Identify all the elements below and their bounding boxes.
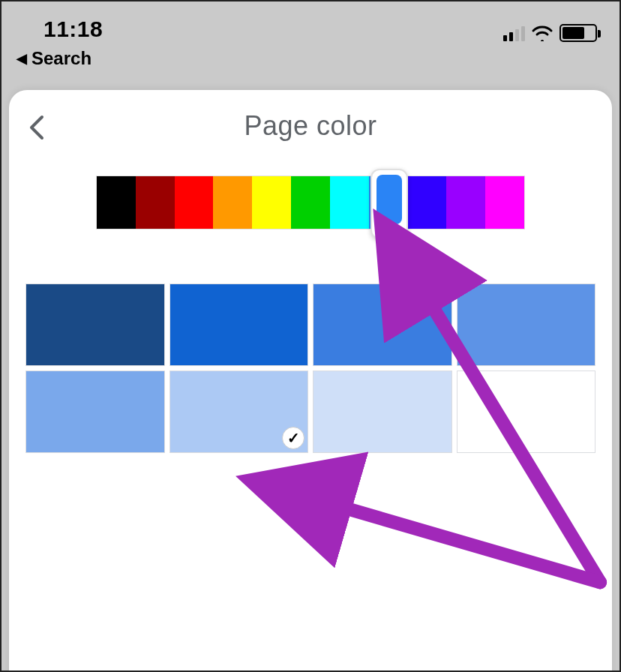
hue-segment-black[interactable] xyxy=(97,176,136,229)
status-right xyxy=(503,24,597,42)
shade-swatch-2[interactable] xyxy=(313,284,452,366)
hue-segment-yellow[interactable] xyxy=(252,176,291,229)
hue-segment-orange[interactable] xyxy=(213,176,252,229)
battery-icon xyxy=(560,24,597,42)
page-color-sheet: Page color ✓ xyxy=(9,90,612,672)
back-chevron-icon[interactable] xyxy=(22,112,52,142)
cellular-signal-icon xyxy=(503,25,525,41)
shade-swatch-grid: ✓ xyxy=(26,284,596,453)
hue-segment-violet[interactable] xyxy=(446,176,485,229)
back-triangle-icon: ◀ xyxy=(16,50,27,67)
shade-swatch-5[interactable]: ✓ xyxy=(170,370,309,453)
hue-segment-cyan[interactable] xyxy=(330,176,369,229)
check-icon: ✓ xyxy=(282,427,304,449)
shade-swatch-7[interactable] xyxy=(457,370,596,453)
wifi-icon xyxy=(531,25,554,41)
shade-swatch-4[interactable] xyxy=(26,370,165,453)
shade-swatch-0[interactable] xyxy=(26,284,165,366)
sheet-header: Page color xyxy=(9,90,612,162)
app-frame: 11:18 ◀ Search xyxy=(0,0,621,672)
status-time: 11:18 xyxy=(44,16,103,42)
shade-swatch-6[interactable] xyxy=(313,370,452,453)
shade-swatch-3[interactable] xyxy=(457,284,596,366)
hue-slider[interactable] xyxy=(96,176,525,230)
hue-segment-indigo[interactable] xyxy=(408,176,447,229)
shade-swatch-1[interactable] xyxy=(170,284,309,366)
hue-segment-maroon[interactable] xyxy=(136,176,175,229)
back-label: Search xyxy=(32,48,92,69)
sheet-title: Page color xyxy=(244,110,376,142)
status-bar: 11:18 xyxy=(2,2,620,46)
back-to-search[interactable]: ◀ Search xyxy=(2,46,620,80)
hue-segment-red[interactable] xyxy=(175,176,214,229)
hue-segment-green[interactable] xyxy=(291,176,330,229)
hue-segment-magenta[interactable] xyxy=(485,176,524,229)
hue-thumb[interactable] xyxy=(370,169,408,239)
